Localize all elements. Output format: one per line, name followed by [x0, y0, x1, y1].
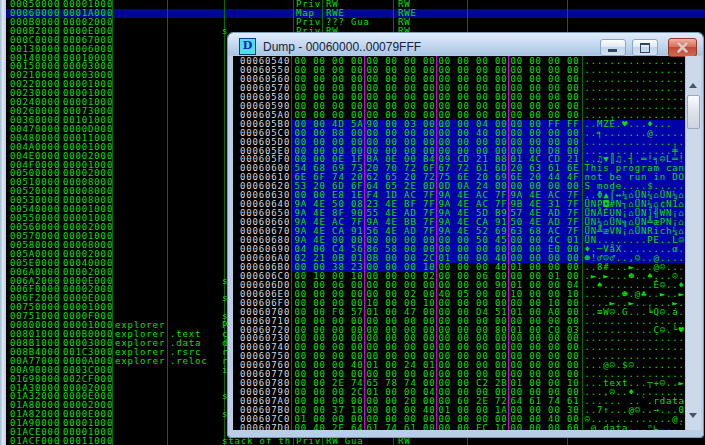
- close-icon: [669, 39, 696, 56]
- minimize-button[interactable]: [600, 39, 626, 56]
- scrollbar-thumb[interactable]: [687, 95, 700, 129]
- scroll-up-icon[interactable]: [689, 83, 697, 88]
- dump-ascii: .@.data...ⁿ∟...`: [585, 424, 685, 430]
- memmap-cell: .reloc: [170, 357, 208, 366]
- dump-hex-view[interactable]: 0006054000 00 00 0000 00 00 0000 00 00 0…: [233, 56, 685, 430]
- dump-scrollbar[interactable]: [685, 56, 701, 430]
- address-separator-line: [582, 56, 583, 430]
- minimize-icon: [608, 49, 617, 52]
- memmap-cell: RW Gua: [326, 437, 390, 445]
- address-separator-line: [291, 56, 292, 430]
- column-separator: [167, 0, 168, 445]
- hex-group-separator-line: [436, 56, 437, 430]
- memmap-cell: RWE: [326, 9, 390, 18]
- maximize-button[interactable]: [632, 39, 658, 56]
- dump-hex-group: 00 40 2E 64: [295, 424, 364, 430]
- column-separator: [224, 0, 225, 445]
- dump-window-icon[interactable]: D: [239, 38, 256, 55]
- memmap-cell: stack of th: [222, 437, 292, 445]
- memmap-cell: explorer: [115, 357, 165, 366]
- window-left-border: [0, 0, 6, 445]
- hex-group-separator-line: [364, 56, 365, 430]
- scroll-down-icon[interactable]: [689, 413, 697, 418]
- dump-window-title: Dump - 00060000..00079FFF: [263, 40, 421, 54]
- close-button[interactable]: [668, 38, 697, 57]
- memmap-cell: ??? Gua: [326, 18, 390, 27]
- memmap-cell: 00011000: [63, 437, 113, 445]
- hex-group-separator-line: [508, 56, 509, 430]
- dump-hex-group: 61 74 61 00: [367, 424, 436, 430]
- memmap-cell: 01ACF000: [10, 437, 60, 445]
- memmap-cell: RW: [326, 0, 390, 9]
- memmap-cell: RW: [398, 437, 411, 445]
- dump-address: 000607D0: [240, 424, 290, 430]
- dump-hex-group: 00 00 FC 1C: [439, 424, 508, 430]
- dump-hex-group: 00 00 00 60: [511, 424, 580, 430]
- olly-screen: 0005000000001000PrivRWRW000600000001A000…: [0, 0, 705, 445]
- memmap-cell: Priv: [296, 437, 321, 445]
- maximize-icon: [640, 43, 650, 53]
